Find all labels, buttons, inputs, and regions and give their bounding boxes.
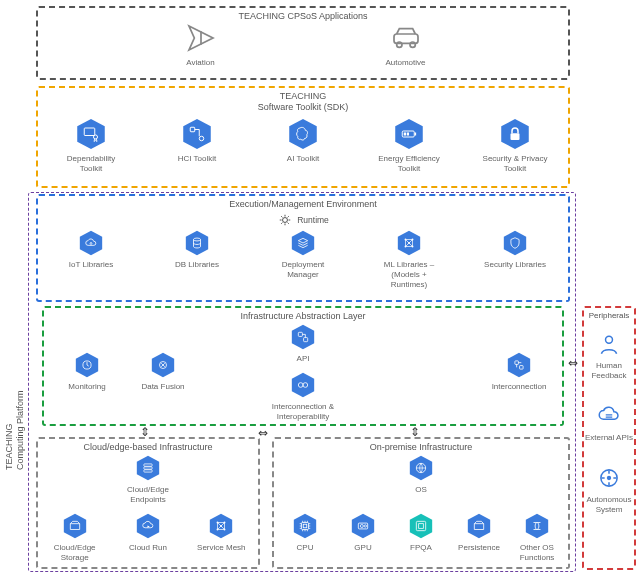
padlock-icon [499,118,531,150]
os-icon [408,455,434,481]
label-energy-toolkit: Energy Efficiency Toolkit [376,154,442,174]
item-monitoring: Monitoring [54,352,120,392]
label-cloud-edge-storage: Cloud/Edge Storage [42,543,108,563]
box-peripherals: Peripherals Human FeedbackExternal APIsA… [582,306,636,570]
api-icon [290,324,316,350]
label-dependability-toolkit: Dependability Toolkit [58,154,124,174]
label-human-feedback: Human Feedback [584,361,634,381]
env-title: Execution/Management Environment [38,196,568,210]
gear-icon [277,212,293,228]
item-other-os-fn: Other OS Functions [512,513,562,563]
fpga-icon [408,513,434,539]
arrow-abs-cloud: ⇕ [140,425,150,439]
item-gpu: GPU [338,513,388,553]
item-external-apis: External APIs [584,403,634,443]
brain-icon [287,118,319,150]
item-iot-libraries: IoT Libraries [58,230,124,270]
mesh-icon [208,513,234,539]
arrow-abs-periph: ⇔ [568,356,578,370]
item-aviation: Aviation [168,22,234,68]
box-cloud: Cloud/edge-based Infrastructure Cloud/Ed… [36,437,260,569]
network-icon [396,230,422,256]
arrow-cloud-onprem: ⇔ [258,426,268,440]
item-api: API [270,324,336,364]
label-cloud-edge-endpoints: Cloud/Edge Endpoints [115,485,181,505]
box-onprem: On-premise Infrastructure OS CPUGPUFPQAP… [272,437,570,569]
battery-icon [393,118,425,150]
shield-icon [502,230,528,256]
item-persistence: Persistence [454,513,504,553]
runtime-label: Runtime [297,215,329,225]
persistence-icon [466,513,492,539]
cloud-upload-icon [78,230,104,256]
item-security-libraries: Security Libraries [482,230,548,270]
airplane-icon [185,22,217,54]
cpu-icon [292,513,318,539]
item-interconnection: Interconnection [486,352,552,392]
item-cloud-edge-storage: Cloud/Edge Storage [42,513,108,563]
certificate-icon [75,118,107,150]
gpu-icon [350,513,376,539]
label-fpga: FPQA [410,543,432,553]
fusion-icon [150,352,176,378]
cloud-run-icon [135,513,161,539]
label-data-fusion: Data Fusion [141,382,184,392]
database-icon [184,230,210,256]
functions-icon [524,513,550,539]
box-abstraction: Infrastructure Abstraction Layer API Mon… [42,306,564,426]
item-cloud-run: Cloud Run [115,513,181,553]
label-ai-toolkit: AI Toolkit [287,154,319,164]
label-interconnection: Interconnection [492,382,547,392]
item-security-privacy-toolkit: Security & Privacy Toolkit [482,118,548,174]
interconnection-icon [506,352,532,378]
sdk-title2: Software Toolkit (SDK) [38,102,568,113]
servers-icon [135,455,161,481]
label-interop: Interconnection & Interoperability [270,402,336,422]
storage-icon [62,513,88,539]
interop-icon [290,372,316,398]
box-env: Execution/Management Environment Runtime… [36,194,570,302]
box-apps: TEACHING CPSoS Applications AviationAuto… [36,6,570,80]
item-deployment-manager: Deployment Manager [270,230,336,280]
peripherals-title: Peripherals [584,308,634,321]
item-service-mesh: Service Mesh [188,513,254,553]
apps-title: TEACHING CPSoS Applications [38,8,568,22]
box-sdk: TEACHING Software Toolkit (SDK) Dependab… [36,86,570,188]
label-cpu: CPU [297,543,314,553]
item-cloud-edge-endpoints: Cloud/Edge Endpoints [115,455,181,505]
label-security-privacy-toolkit: Security & Privacy Toolkit [482,154,548,174]
autonomous-icon [596,465,622,491]
abstraction-title: Infrastructure Abstraction Layer [44,308,562,322]
sdk-title1: TEACHING [38,91,568,102]
item-interop: Interconnection & Interoperability [270,372,336,422]
cloud-title: Cloud/edge-based Infrastructure [38,439,258,453]
label-service-mesh: Service Mesh [197,543,245,553]
human-icon [596,331,622,357]
label-db-libraries: DB Libraries [175,260,219,270]
item-db-libraries: DB Libraries [164,230,230,270]
side-label-line2: Computing Platform [15,290,26,470]
label-monitoring: Monitoring [68,382,105,392]
label-os: OS [415,485,427,495]
item-data-fusion: Data Fusion [130,352,196,392]
item-automotive: Automotive [373,22,439,68]
item-ai-toolkit: AI Toolkit [270,118,336,164]
item-energy-toolkit: Energy Efficiency Toolkit [376,118,442,174]
label-gpu: GPU [354,543,371,553]
label-persistence: Persistence [458,543,500,553]
label-api: API [297,354,310,364]
item-cpu: CPU [280,513,330,553]
deployment-icon [290,230,316,256]
flow-icon [181,118,213,150]
label-automotive: Automotive [385,58,425,68]
label-hci-toolkit: HCI Toolkit [178,154,217,164]
monitor-icon [74,352,100,378]
car-icon [390,22,422,54]
item-human-feedback: Human Feedback [584,331,634,381]
label-cloud-run: Cloud Run [129,543,167,553]
item-os: OS [388,455,454,495]
label-aviation: Aviation [186,58,214,68]
onprem-title: On-premise Infrastructure [274,439,568,453]
label-external-apis: External APIs [585,433,633,443]
side-label-line1: TEACHING [4,290,15,470]
